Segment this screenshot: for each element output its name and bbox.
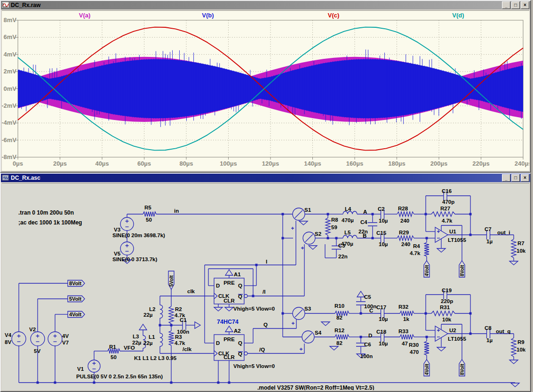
legend-V(c): V(c) (328, 12, 340, 19)
schematic-label: .tran 0 10m 200u 50n (18, 209, 74, 216)
schematic-client[interactable]: 8Volt5Volt4Volt5Volt4Volt8Volt4Volt8Volt… (2, 183, 529, 390)
waveform-title: DC_Rx.raw (11, 2, 40, 8)
net-flag-label: 4Volt (424, 265, 430, 276)
schematic-label: Q (238, 294, 242, 299)
schematic-label: 470p (442, 199, 454, 205)
net-flag-label: 8Volt (460, 364, 465, 375)
schematic-label: /clk (183, 346, 192, 352)
y-tick-label: -2mV (2, 102, 16, 109)
close-icon[interactable]: × (521, 174, 529, 182)
schematic-label: 10µ (379, 241, 388, 247)
junction-dot (425, 213, 427, 216)
maximize-icon[interactable]: □ (511, 174, 520, 182)
schematic-label: R30 (409, 342, 419, 348)
ltspice-workspace: DC_Rx.raw _ □ × 0µs20µs40µs60µs80µs100µs… (0, 0, 533, 392)
schematic-label: /I (263, 289, 265, 295)
schematic-label: 10k (442, 317, 452, 322)
schematic-label: C2 (378, 206, 385, 212)
legend-V(a): V(a) (79, 12, 91, 19)
x-tick-label: 80µs (179, 160, 193, 167)
schematic-label: .model V3257 SW(Ron=2 Roff=1Meg Vt=2.5) (257, 384, 374, 390)
schematic-label: R3 (175, 334, 182, 340)
junction-dot (335, 237, 338, 240)
window-controls: _ □ × (502, 1, 529, 9)
schematic-label: C16 (442, 188, 452, 194)
schematic-window: DC_Rx.asc _ □ × 8Volt5Volt4Volt5Volt4Vol… (0, 173, 531, 392)
schematic-label: LT1055 (448, 336, 466, 342)
minimize-icon[interactable]: _ (502, 174, 510, 182)
net-flag-label: 8Volt (69, 280, 81, 286)
schematic-label: 1µ (486, 239, 493, 244)
schematic-label: R9 (517, 339, 525, 345)
schematic-label: 1µ (486, 337, 493, 343)
schematic-label: 4.7k (175, 340, 185, 346)
schematic-label: 240 (401, 241, 410, 247)
schematic-label: L2 (149, 306, 155, 312)
schematic-title: DC_Rx.asc (11, 175, 40, 181)
waveform-titlebar[interactable]: DC_Rx.raw _ □ × (1, 1, 530, 9)
net-flag-label: 4Volt (69, 312, 81, 317)
schematic-label: U1 (449, 229, 456, 234)
schematic-label: 74HC74 (217, 319, 239, 325)
schematic-label: R32 (398, 304, 408, 310)
schematic-label: S3 (304, 306, 311, 312)
net-flag-label: 4Volt (424, 364, 430, 375)
schematic-titlebar[interactable]: DC_Rx.asc _ □ × (1, 174, 530, 182)
schematic-label: R33 (398, 328, 408, 334)
schematic-label: V4 (5, 332, 12, 338)
waveform-plot[interactable]: 0µs20µs40µs60µs80µs100µs120µs140µs160µs1… (2, 11, 529, 171)
schematic-label: 240 (400, 218, 409, 224)
schematic-label: R5 (144, 205, 151, 210)
y-tick-label: 4mV (4, 51, 17, 58)
schematic-label: 5V (34, 348, 40, 354)
schematic-label: 10µ (379, 341, 388, 346)
x-tick-label: 200µs (430, 160, 447, 167)
schematic-label: 8V (5, 339, 11, 345)
y-tick-label: -8mV (2, 153, 16, 160)
schematic-label: U2 (449, 328, 456, 333)
waveform-icon (2, 2, 9, 8)
schematic-label: C15 (376, 230, 387, 236)
schematic-label: 10µ (379, 218, 388, 224)
schematic-label: R2 (175, 306, 182, 312)
x-tick-label: 180µs (388, 160, 405, 167)
schematic-label: R27 (440, 206, 450, 211)
schematic-label: 22n (358, 229, 368, 234)
schematic-label: R29 (399, 230, 409, 235)
junction-dot (372, 213, 374, 216)
minimize-icon[interactable]: _ (502, 1, 510, 9)
schematic-label: C3 (338, 243, 345, 248)
schematic-label: 22µ (143, 340, 152, 346)
schematic-label: SINE(0 20m 3698.7k) (112, 232, 165, 238)
junction-dot (426, 237, 428, 240)
x-tick-label: 240µs (515, 160, 529, 167)
junction-dot (282, 312, 284, 315)
window-controls: _ □ × (502, 174, 529, 182)
schematic-label: A1 (234, 272, 241, 277)
schematic-label: A2 (234, 328, 241, 334)
x-tick-label: 0µs (13, 160, 23, 167)
schematic-label: C5 (364, 294, 371, 300)
schematic-label: /Q (259, 347, 265, 352)
junction-dot (228, 382, 231, 384)
schematic-label: Vhigh=5 Vlow=0 (233, 363, 275, 369)
maximize-icon[interactable]: □ (511, 1, 520, 9)
schematic-label: 4.7k (410, 250, 421, 256)
schematic-label: Vhigh=5 Vlow=0 (233, 306, 275, 312)
close-icon[interactable]: × (521, 1, 529, 9)
schematic-label: C17 (376, 304, 386, 310)
junction-dot (372, 237, 374, 240)
schematic-label: 59 (331, 224, 337, 230)
schematic-canvas[interactable]: 8Volt5Volt4Volt5Volt4Volt8Volt4Volt8Volt… (2, 184, 529, 390)
junction-dot (170, 324, 173, 327)
schematic-label: R4 (413, 243, 420, 249)
y-tick-label: 0mV (4, 85, 17, 92)
junction-dot (159, 324, 161, 327)
x-tick-label: 20µs (53, 160, 67, 167)
schematic-label: CLR (223, 298, 235, 304)
waveform-client[interactable]: 0µs20µs40µs60µs80µs100µs120µs140µs160µs1… (2, 10, 529, 171)
schematic-label: L5 (344, 230, 351, 235)
net-flag-label: 8Volt (460, 265, 465, 276)
schematic-label: R1 (109, 344, 116, 350)
schematic-label: 220p (441, 298, 453, 304)
